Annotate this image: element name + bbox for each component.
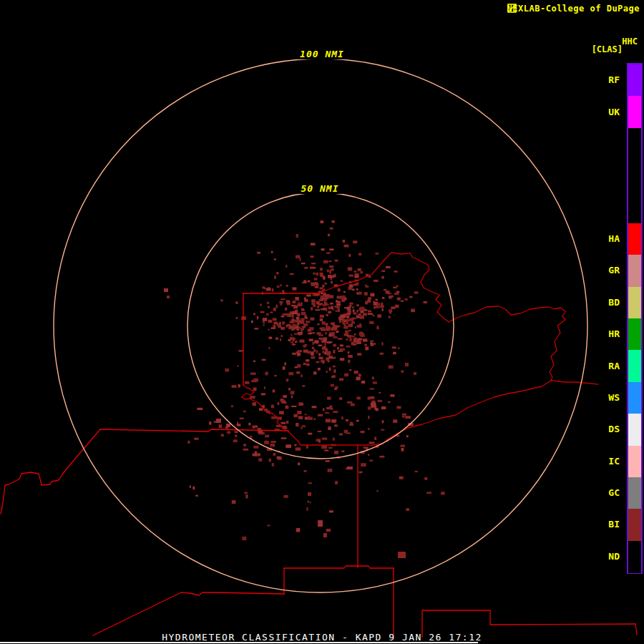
legend-band-RF bbox=[628, 64, 641, 97]
map-boundary-line bbox=[1, 429, 100, 514]
legend-label-GC: GC bbox=[608, 488, 620, 498]
legend-label-BD: BD bbox=[608, 298, 620, 308]
range-ring-label-100nmi: 100 NMI bbox=[296, 49, 348, 59]
legend-label-BI: BI bbox=[608, 519, 620, 530]
map-boundary-line bbox=[551, 381, 598, 384]
legend-band-DS bbox=[628, 414, 641, 446]
cod-logo-icon bbox=[507, 4, 517, 13]
radar-display: NEXLAB-College of DuPage HHC [CLAS] RFUK… bbox=[0, 0, 644, 644]
radar-echoes bbox=[164, 220, 445, 558]
product-title: HYDROMETEOR CLASSIFICATION - KAPD 9 JAN … bbox=[0, 632, 644, 643]
brand-text: NEXLAB-College of DuPage bbox=[507, 4, 640, 14]
footer-underline bbox=[0, 642, 478, 643]
range-ring bbox=[54, 59, 587, 592]
legend-label-ND: ND bbox=[608, 552, 620, 562]
legend-band-WS bbox=[628, 382, 641, 414]
legend-band-HA bbox=[628, 223, 641, 255]
legend-colorbar bbox=[627, 63, 643, 574]
legend-band-GC bbox=[628, 477, 641, 509]
legend-label-WS: WS bbox=[608, 393, 620, 403]
legend-label-HR: HR bbox=[608, 329, 620, 339]
legend-label-UK: UK bbox=[608, 107, 620, 117]
legend-band-UK bbox=[628, 96, 641, 128]
range-ring bbox=[187, 192, 454, 459]
map-boundary-line bbox=[288, 431, 298, 441]
range-ring-label-50nmi: 50 NMI bbox=[298, 183, 343, 194]
legend-band-BI bbox=[628, 509, 641, 541]
range-rings bbox=[54, 59, 587, 592]
legend-label-GR: GR bbox=[608, 265, 620, 275]
legend-label-RA: RA bbox=[608, 361, 620, 371]
legend-label-IC: IC bbox=[608, 457, 620, 467]
site-brand: NEXLAB-College of DuPage bbox=[507, 4, 640, 14]
map-boundary-line bbox=[410, 253, 565, 381]
map-boundary-line bbox=[284, 566, 394, 568]
map-boundary-line bbox=[181, 592, 284, 595]
product-mode-label: [CLAS] bbox=[592, 44, 623, 54]
legend-band-HR bbox=[628, 318, 641, 351]
legend-band-IC bbox=[628, 446, 641, 478]
product-code: HHC bbox=[622, 36, 638, 47]
legend-label-DS: DS bbox=[608, 424, 620, 434]
legend-band-ND bbox=[628, 541, 641, 573]
legend-band-RA bbox=[628, 350, 641, 382]
map-boundary-line bbox=[93, 592, 181, 635]
legend-label-RF: RF bbox=[608, 75, 620, 85]
legend-band-BD bbox=[628, 287, 641, 319]
radar-map-canvas bbox=[0, 0, 644, 644]
legend-label-HA: HA bbox=[608, 234, 620, 244]
legend-band-GR bbox=[628, 255, 641, 287]
